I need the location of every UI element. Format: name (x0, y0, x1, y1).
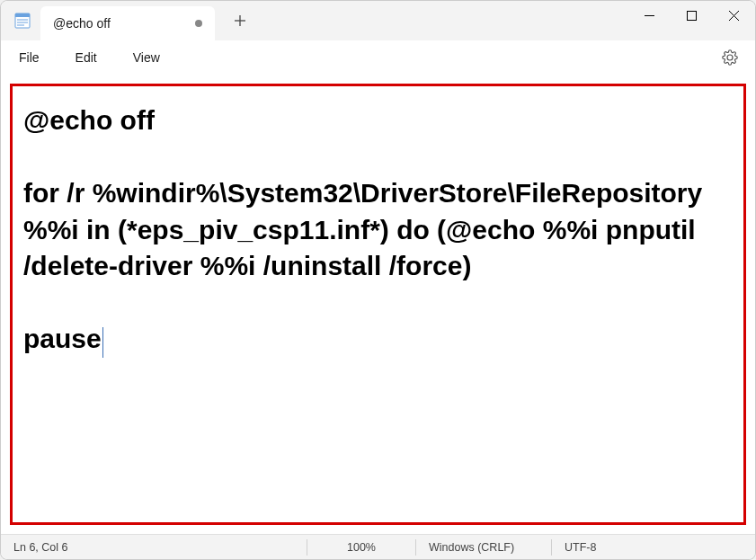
status-cursor-position[interactable]: Ln 6, Col 6 (1, 535, 307, 559)
status-zoom[interactable]: 100% (307, 535, 415, 559)
menu-file[interactable]: File (12, 47, 47, 68)
statusbar: Ln 6, Col 6 100% Windows (CRLF) UTF-8 (1, 534, 755, 559)
status-encoding[interactable]: UTF-8 (552, 535, 642, 559)
maximize-button[interactable] (671, 1, 713, 30)
status-line-ending[interactable]: Windows (CRLF) (416, 535, 551, 559)
notepad-window: @echo off File Edit (0, 0, 756, 560)
titlebar: @echo off (1, 1, 755, 40)
editor-area[interactable]: @echo off for /r %windir%\System32\Drive… (1, 75, 755, 534)
editor-content[interactable]: @echo off for /r %windir%\System32\Drive… (23, 105, 710, 353)
close-button[interactable] (713, 1, 755, 30)
svg-rect-1 (15, 13, 30, 17)
svg-rect-8 (688, 11, 697, 20)
gear-icon (722, 49, 738, 66)
menu-view[interactable]: View (126, 47, 167, 68)
window-controls (628, 1, 755, 40)
new-tab-button[interactable] (224, 4, 256, 37)
highlight-annotation: @echo off for /r %windir%\System32\Drive… (10, 84, 746, 525)
text-cursor (102, 327, 103, 358)
document-tab[interactable]: @echo off (40, 6, 215, 40)
settings-button[interactable] (716, 43, 744, 72)
minimize-button[interactable] (628, 1, 671, 30)
tab-modified-indicator (195, 20, 202, 27)
menu-edit[interactable]: Edit (68, 47, 104, 68)
notepad-app-icon (13, 12, 31, 30)
tab-title: @echo off (53, 16, 111, 31)
menubar: File Edit View (1, 40, 755, 75)
